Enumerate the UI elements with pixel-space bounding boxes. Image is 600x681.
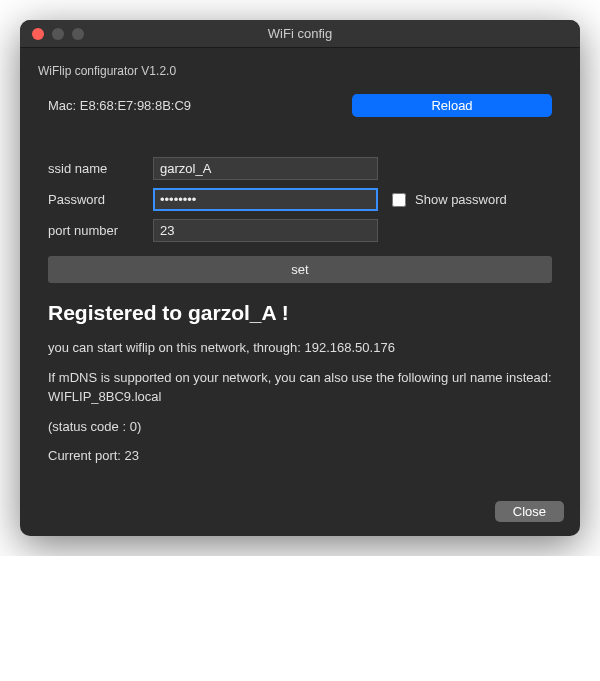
footer: Close [20, 491, 580, 536]
password-row: Password Show password [48, 188, 552, 211]
set-button[interactable]: set [48, 256, 552, 283]
port-input[interactable] [153, 219, 378, 242]
show-password-label: Show password [415, 192, 507, 207]
password-label: Password [48, 192, 143, 207]
titlebar: WiFi config [20, 20, 580, 48]
show-password-toggle[interactable]: Show password [388, 190, 507, 210]
password-input[interactable] [153, 188, 378, 211]
app-version-label: WiFlip configurator V1.2.0 [38, 64, 562, 78]
ssid-label: ssid name [48, 161, 143, 176]
app-window: WiFi config WiFlip configurator V1.2.0 M… [20, 20, 580, 536]
zoom-window-icon[interactable] [72, 28, 84, 40]
ssid-row: ssid name [48, 157, 552, 180]
mac-row: Mac: E8:68:E7:98:8B:C9 Reload [48, 94, 552, 117]
window-title: WiFi config [20, 26, 580, 41]
traffic-lights [20, 28, 84, 40]
content-area: WiFlip configurator V1.2.0 Mac: E8:68:E7… [20, 48, 580, 491]
status-heading: Registered to garzol_A ! [48, 301, 552, 325]
mac-prefix: Mac: [48, 98, 80, 113]
status-mdns-intro: If mDNS is supported on your network, yo… [48, 369, 552, 387]
close-window-icon[interactable] [32, 28, 44, 40]
mac-address-value: E8:68:E7:98:8B:C9 [80, 98, 191, 113]
status-mdns-name: WIFLIP_8BC9.local [48, 388, 552, 406]
close-button[interactable]: Close [495, 501, 564, 522]
show-password-checkbox[interactable] [392, 193, 406, 207]
status-start-line: you can start wiflip on this network, th… [48, 339, 552, 357]
ssid-input[interactable] [153, 157, 378, 180]
port-row: port number [48, 219, 552, 242]
status-code-line: (status code : 0) [48, 418, 552, 436]
port-label: port number [48, 223, 143, 238]
reload-button[interactable]: Reload [352, 94, 552, 117]
status-port-line: Current port: 23 [48, 447, 552, 465]
mac-address-label: Mac: E8:68:E7:98:8B:C9 [48, 98, 191, 113]
minimize-window-icon[interactable] [52, 28, 64, 40]
